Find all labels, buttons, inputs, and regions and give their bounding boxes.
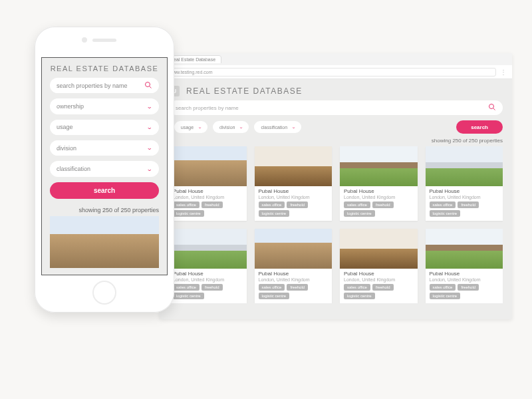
- property-tag: logistic centre: [259, 210, 290, 217]
- property-tags: sales office freehold logistic centre: [344, 201, 414, 217]
- property-tag: freehold: [372, 201, 394, 208]
- filter-usage-label: usage: [57, 124, 73, 130]
- property-tag: freehold: [201, 284, 223, 291]
- property-tag: freehold: [287, 201, 308, 208]
- desktop-header: U REAL ESTATE DATABASE: [169, 86, 503, 96]
- chevron-down-icon: ⌄: [146, 145, 152, 151]
- property-tags: sales office freehold logistic centre: [259, 284, 329, 299]
- property-card[interactable]: Pubal House London, United Kingdom sales…: [169, 146, 247, 221]
- filter-division-label: division: [219, 125, 235, 130]
- property-tag: sales office: [344, 284, 370, 291]
- results-count: showing 250 of 250 properties: [169, 138, 503, 144]
- property-card[interactable]: Pubal House London, United Kingdom sales…: [255, 229, 332, 303]
- property-tag: sales office: [430, 201, 456, 208]
- property-title: Pubal House: [430, 189, 499, 195]
- property-tag: sales office: [344, 201, 370, 208]
- property-tag: logistic centre: [173, 210, 204, 217]
- desktop-browser-window: Real Estate Database www.testing.red.com…: [160, 53, 512, 319]
- browser-toolbar: www.testing.red.com ⋮: [160, 65, 512, 78]
- property-title: Pubal House: [173, 189, 243, 195]
- results-grid: Pubal House London, United Kingdom sales…: [169, 146, 503, 303]
- filter-ownership[interactable]: ownership ⌄: [50, 98, 159, 114]
- property-tag: logistic centre: [430, 293, 461, 299]
- results-count: showing 250 of 250 properties: [50, 207, 159, 213]
- chevron-down-icon: ⌄: [239, 125, 243, 129]
- filter-division[interactable]: division ⌄: [213, 121, 249, 133]
- property-tags: sales office freehold logistic centre: [430, 284, 499, 299]
- search-button[interactable]: search: [456, 120, 503, 134]
- property-tag: sales office: [173, 201, 200, 208]
- search-placeholder: search properties by name: [57, 82, 128, 89]
- svg-line-3: [150, 86, 152, 88]
- property-tag: freehold: [458, 201, 479, 208]
- search-input[interactable]: search properties by name: [50, 78, 159, 93]
- filter-classification[interactable]: classification ⌄: [50, 161, 159, 176]
- property-tag: logistic centre: [344, 293, 375, 299]
- property-image: [255, 229, 332, 269]
- property-card-body: Pubal House London, United Kingdom sales…: [169, 269, 247, 303]
- property-tags: sales office freehold logistic centre: [259, 201, 329, 217]
- page-title: REAL ESTATE DATABASE: [50, 65, 159, 72]
- search-button[interactable]: search: [50, 182, 159, 199]
- search-icon[interactable]: [488, 103, 496, 112]
- property-tag: logistic centre: [173, 293, 204, 299]
- property-image: [169, 229, 247, 269]
- property-image: [426, 229, 503, 269]
- property-location: London, United Kingdom: [259, 195, 329, 200]
- browser-tab-bar: Real Estate Database: [160, 53, 512, 65]
- property-title: Pubal House: [173, 271, 243, 277]
- phone-camera-dot: [82, 37, 87, 43]
- svg-line-1: [493, 108, 495, 110]
- property-title: Pubal House: [344, 189, 414, 195]
- property-card-body: Pubal House London, United Kingdom sales…: [426, 186, 503, 221]
- property-location: London, United Kingdom: [344, 277, 414, 282]
- search-input[interactable]: search properties by name: [169, 100, 503, 115]
- browser-url-bar[interactable]: www.testing.red.com: [165, 68, 496, 76]
- property-title: Pubal House: [430, 271, 499, 277]
- property-tag: sales office: [259, 201, 285, 208]
- property-card[interactable]: Pubal House London, United Kingdom sales…: [340, 229, 418, 303]
- property-card-body: Pubal House London, United Kingdom sales…: [255, 269, 332, 303]
- property-tags: sales office freehold logistic centre: [430, 201, 499, 217]
- property-card[interactable]: Pubal House London, United Kingdom sales…: [169, 229, 247, 303]
- property-card-body: Pubal House London, United Kingdom sales…: [169, 186, 247, 221]
- property-tag: logistic centre: [430, 210, 461, 217]
- chevron-down-icon: ⌄: [146, 124, 152, 130]
- property-card[interactable]: Pubal House London, United Kingdom sales…: [426, 146, 503, 221]
- filters-row: usage ⌄ division ⌄ classification ⌄ sear…: [169, 120, 503, 134]
- filter-classification-label: classification: [261, 125, 287, 130]
- filter-division-label: division: [57, 145, 76, 152]
- property-card-body: Pubal House London, United Kingdom sales…: [255, 186, 332, 221]
- property-card[interactable]: Pubal House London, United Kingdom sales…: [340, 146, 418, 221]
- filter-division[interactable]: division ⌄: [50, 140, 159, 156]
- chevron-down-icon: ⌄: [146, 103, 152, 109]
- svg-point-0: [489, 104, 494, 109]
- browser-chrome: Real Estate Database www.testing.red.com…: [160, 53, 512, 79]
- filter-classification[interactable]: classification ⌄: [254, 121, 301, 133]
- property-image: [255, 146, 332, 186]
- property-image: [340, 229, 418, 269]
- search-icon[interactable]: [144, 81, 152, 90]
- property-image[interactable]: [50, 216, 159, 268]
- property-card[interactable]: Pubal House London, United Kingdom sales…: [255, 146, 332, 221]
- property-tag: freehold: [287, 284, 308, 291]
- property-tag: logistic centre: [259, 293, 290, 299]
- property-tags: sales office freehold logistic centre: [173, 201, 243, 217]
- url-text: www.testing.red.com: [170, 70, 213, 74]
- property-image: [169, 146, 247, 186]
- browser-menu-icon[interactable]: ⋮: [500, 68, 507, 76]
- property-tags: sales office freehold logistic centre: [344, 284, 414, 299]
- property-tag: freehold: [201, 201, 223, 208]
- filter-usage[interactable]: usage ⌄: [50, 120, 159, 135]
- property-tag: logistic centre: [344, 210, 375, 217]
- property-card[interactable]: Pubal House London, United Kingdom sales…: [426, 229, 503, 303]
- property-tag: sales office: [430, 284, 456, 291]
- filter-usage[interactable]: usage ⌄: [174, 121, 207, 133]
- property-tag: freehold: [458, 284, 479, 291]
- property-image: [340, 146, 418, 186]
- property-card-body: Pubal House London, United Kingdom sales…: [426, 269, 503, 303]
- mobile-app: REAL ESTATE DATABASE search properties b…: [41, 57, 168, 275]
- filter-usage-label: usage: [181, 125, 194, 130]
- mobile-device-frame: REAL ESTATE DATABASE search properties b…: [35, 27, 174, 313]
- phone-home-button: [92, 281, 116, 305]
